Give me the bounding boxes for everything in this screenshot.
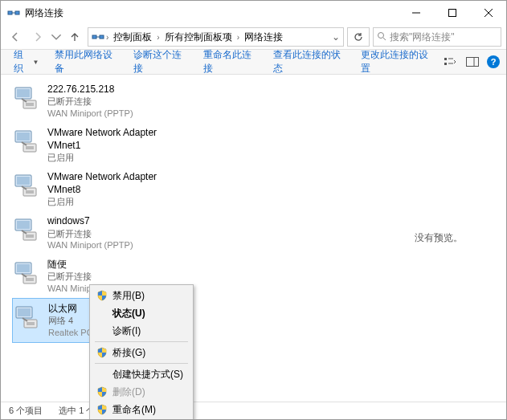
- toolbar-rename[interactable]: 重命名此连接: [197, 50, 264, 74]
- menu-item-label: 创建快捷方式(S): [112, 368, 183, 381]
- svg-rect-16: [467, 58, 479, 67]
- svg-rect-13: [444, 63, 447, 65]
- chevron-right-icon: ›: [106, 33, 108, 42]
- network-adapter-icon: [12, 126, 41, 155]
- menu-item[interactable]: 桥接(G): [92, 344, 191, 361]
- connection-name: 随便: [47, 258, 133, 271]
- svg-rect-1: [15, 11, 19, 14]
- item-count: 6 个项目: [9, 405, 43, 417]
- minimize-button[interactable]: [398, 1, 434, 25]
- connection-name: windows7: [47, 214, 133, 227]
- breadcrumb-item[interactable]: 控制面板: [110, 31, 155, 44]
- breadcrumb-item[interactable]: 网络连接: [241, 31, 286, 44]
- connection-status: 已断开连接: [47, 228, 133, 240]
- menu-item[interactable]: 创建快捷方式(S): [92, 365, 191, 383]
- title-bar: 网络连接: [1, 1, 506, 25]
- menu-item[interactable]: 禁用(B): [92, 287, 191, 304]
- menu-item: 删除(D): [92, 383, 191, 401]
- connection-item[interactable]: 222.76.215.218 已断开连接 WAN Miniport (PPTP): [12, 80, 173, 123]
- organize-button[interactable]: 组织▼: [7, 50, 45, 74]
- search-icon: [377, 31, 386, 43]
- window-title: 网络连接: [25, 6, 398, 20]
- shield-icon: [96, 290, 108, 301]
- location-icon: [92, 31, 104, 43]
- app-icon: [7, 6, 20, 19]
- connection-device: WAN Miniport (PPTP): [47, 239, 133, 251]
- connection-name: VMware Network Adapter VMnet8: [47, 170, 173, 196]
- network-adapter-icon: [12, 83, 41, 112]
- context-menu: 禁用(B)状态(U)诊断(I)桥接(G)创建快捷方式(S)删除(D)重命名(M)…: [89, 284, 194, 420]
- menu-separator: [95, 341, 188, 342]
- connection-item[interactable]: VMware Network Adapter VMnet1 已启用: [12, 123, 173, 167]
- menu-item-label: 桥接(G): [112, 346, 145, 360]
- maximize-button[interactable]: [434, 1, 470, 25]
- connection-status: 网络 4: [48, 315, 96, 327]
- chevron-right-icon: ›: [157, 33, 159, 42]
- connection-item[interactable]: windows7 已断开连接 WAN Miniport (PPTP): [12, 211, 173, 255]
- chevron-down-icon: ▼: [33, 59, 39, 66]
- connection-device: WAN Miniport (PPTP): [47, 108, 133, 120]
- menu-separator: [95, 363, 188, 364]
- connection-status: 已断开连接: [47, 96, 133, 108]
- help-button[interactable]: ?: [487, 55, 500, 68]
- menu-item[interactable]: 诊断(I): [92, 322, 191, 340]
- breadcrumb-item[interactable]: 所有控制面板项: [162, 31, 235, 44]
- breadcrumb[interactable]: › 控制面板 › 所有控制面板项 › 网络连接 ⌄: [88, 27, 344, 47]
- connection-name: 222.76.215.218: [47, 83, 133, 96]
- menu-item-label: 诊断(I): [112, 324, 141, 338]
- connection-status: 已启用: [47, 196, 173, 208]
- svg-rect-0: [8, 11, 12, 14]
- preview-pane: 没有预览。: [370, 75, 506, 402]
- status-bar: 6 个项目 选中 1 个项: [1, 402, 506, 419]
- search-placeholder: 搜索"网络连接": [390, 31, 455, 44]
- connection-name: VMware Network Adapter VMnet1: [47, 126, 173, 152]
- toolbar-diagnose[interactable]: 诊断这个连接: [127, 50, 194, 74]
- toolbar-settings[interactable]: 更改此连接的设置: [354, 50, 439, 74]
- shield-icon: [96, 347, 108, 358]
- toolbar-disable[interactable]: 禁用此网络设备: [48, 50, 124, 74]
- connection-device: Realtek PCI: [48, 327, 96, 339]
- connection-status: 已启用: [47, 152, 173, 164]
- connection-item[interactable]: VMware Network Adapter VMnet8 已启用: [12, 167, 173, 211]
- recent-dropdown[interactable]: [51, 27, 62, 47]
- menu-item-label: 重命名(M): [112, 403, 156, 417]
- svg-rect-4: [448, 10, 456, 17]
- preview-pane-button[interactable]: [464, 54, 480, 70]
- menu-item-label: 状态(U): [112, 307, 145, 320]
- shield-icon: [96, 386, 108, 398]
- content-area: 222.76.215.218 已断开连接 WAN Miniport (PPTP)…: [1, 75, 506, 402]
- network-adapter-icon: [12, 170, 41, 199]
- svg-rect-8: [100, 35, 104, 39]
- menu-item-label: 删除(D): [112, 385, 145, 399]
- svg-rect-7: [92, 35, 96, 39]
- svg-rect-12: [444, 58, 447, 60]
- view-options-button[interactable]: [442, 54, 458, 70]
- toolbar: 组织▼ 禁用此网络设备 诊断这个连接 重命名此连接 查看此连接的状态 更改此连接…: [1, 49, 506, 75]
- network-adapter-icon: [12, 258, 41, 287]
- chevron-down-icon[interactable]: ⌄: [332, 31, 340, 43]
- close-button[interactable]: [470, 1, 506, 25]
- network-adapter-icon: [12, 214, 41, 243]
- network-adapter-icon: [13, 302, 42, 331]
- up-button[interactable]: [65, 27, 84, 47]
- svg-line-11: [383, 38, 386, 40]
- connection-status: 已断开连接: [47, 271, 133, 283]
- shield-icon: [96, 404, 108, 415]
- menu-item[interactable]: 重命名(M): [92, 401, 191, 418]
- back-button[interactable]: [6, 27, 25, 47]
- connection-name: 以太网: [48, 302, 96, 315]
- chevron-right-icon: ›: [237, 33, 239, 42]
- menu-item-label: 禁用(B): [112, 289, 145, 303]
- toolbar-status[interactable]: 查看此连接的状态: [267, 50, 351, 74]
- navigation-bar: › 控制面板 › 所有控制面板项 › 网络连接 ⌄ 搜索"网络连接": [1, 25, 506, 49]
- forward-button[interactable]: [28, 27, 47, 47]
- menu-item[interactable]: 状态(U): [92, 304, 191, 322]
- svg-point-10: [378, 32, 384, 38]
- refresh-button[interactable]: [347, 27, 370, 47]
- search-input[interactable]: 搜索"网络连接": [373, 27, 501, 47]
